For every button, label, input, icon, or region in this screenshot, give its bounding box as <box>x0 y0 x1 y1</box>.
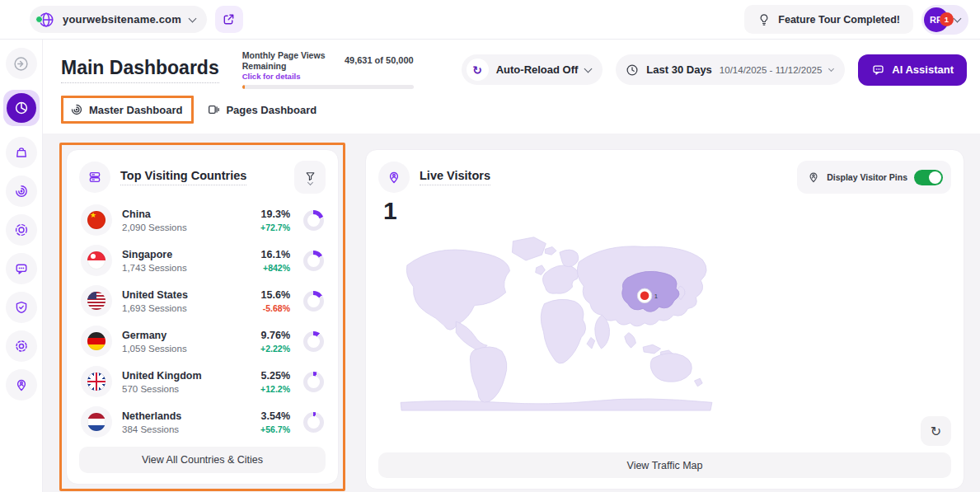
country-share: 16.1% <box>261 249 290 260</box>
country-row[interactable]: Singapore 1,743 Sessions 16.1% +842% <box>81 245 324 276</box>
feature-tour-button[interactable]: Feature Tour Completed! <box>744 5 913 34</box>
country-row[interactable]: United States 1,693 Sessions 15.6% -5.68… <box>81 285 324 316</box>
share-donut <box>303 331 324 352</box>
reload-icon: ↻ <box>467 59 489 81</box>
country-sessions: 1,693 Sessions <box>122 303 251 313</box>
auto-reload-dropdown[interactable]: ↻ Auto-Reload Off <box>462 54 603 85</box>
country-sessions: 1,743 Sessions <box>122 263 251 273</box>
external-link-icon <box>222 12 236 26</box>
chevron-down-icon <box>189 14 197 22</box>
sidebar-item-dashboards[interactable] <box>3 90 40 126</box>
country-row[interactable]: China 2,090 Sessions 19.3% +72.7% <box>81 204 324 236</box>
visitor-pins-toggle[interactable] <box>914 170 943 185</box>
spiral-icon <box>70 103 83 116</box>
pin-icon <box>807 171 820 184</box>
country-change: +842% <box>261 263 290 273</box>
country-name: China <box>122 209 251 220</box>
flag-singapore <box>81 245 112 276</box>
country-change: +56.7% <box>260 424 290 434</box>
share-donut <box>303 210 324 231</box>
chevron-down-icon <box>828 66 834 72</box>
country-share: 19.3% <box>260 209 290 220</box>
visitor-pin-icon <box>14 377 29 392</box>
quota-details-link[interactable]: Click for details <box>242 72 338 81</box>
annotation-box-countries-card: Top Visiting Countries China 2,090 Sessi… <box>59 143 345 491</box>
flag-united-states <box>81 285 112 316</box>
sidebar-item-settings[interactable] <box>6 330 37 362</box>
sidebar-item-feedback[interactable] <box>6 253 37 284</box>
view-traffic-map-button[interactable]: View Traffic Map <box>378 452 951 478</box>
online-status-dot <box>35 16 43 23</box>
lightbulb-icon <box>757 12 771 26</box>
content-area: Top Visiting Countries China 2,090 Sessi… <box>43 134 980 492</box>
sidebar-item-heatmaps[interactable] <box>6 176 37 207</box>
shopping-bag-icon <box>14 145 29 160</box>
top-countries-card: Top Visiting Countries China 2,090 Sessi… <box>66 149 339 485</box>
shield-check-icon <box>14 300 29 315</box>
share-donut <box>303 291 324 312</box>
country-sessions: 1,059 Sessions <box>122 344 251 354</box>
country-sessions: 570 Sessions <box>122 384 251 394</box>
columns-icon <box>207 103 220 116</box>
flag-united-kingdom <box>81 366 112 397</box>
tab-pages-dashboard[interactable]: Pages Dashboard <box>205 100 318 119</box>
settings-gear-icon <box>14 339 29 354</box>
account-menu[interactable]: RR 1 <box>921 5 968 35</box>
country-name: Singapore <box>122 249 251 260</box>
country-change: -5.68% <box>261 303 290 313</box>
live-visitors-card: Live Visitors Display Visitor Pins 1 <box>365 149 964 490</box>
world-map[interactable]: 1 <box>387 230 951 416</box>
countries-list: China 2,090 Sessions 19.3% +72.7% <box>79 194 326 447</box>
sidebar-item-sessions[interactable] <box>6 214 37 246</box>
country-name: United States <box>122 289 251 301</box>
country-row[interactable]: United Kingdom 570 Sessions 5.25% +12.2% <box>81 366 324 397</box>
dashboard-tabs: Master Dashboard Pages Dashboard <box>43 92 980 134</box>
country-row[interactable]: Netherlands 384 Sessions 3.54% +56.7% <box>81 406 324 438</box>
page-views-quota[interactable]: Monthly Page Views Remaining Click for d… <box>242 50 414 89</box>
view-all-countries-button[interactable]: View All Countries & Cities <box>79 447 326 473</box>
country-sessions: 2,090 Sessions <box>122 223 251 232</box>
country-change: +12.2% <box>260 384 290 394</box>
page-title: Main Dashboards <box>61 57 219 83</box>
chevron-down-icon <box>584 64 593 73</box>
visitor-pin-icon <box>387 170 401 185</box>
tab-master-dashboard[interactable]: Master Dashboard <box>68 100 184 119</box>
sidebar-item-ecommerce[interactable] <box>6 137 37 168</box>
country-share: 3.54% <box>260 410 290 422</box>
open-website-button[interactable] <box>215 6 243 33</box>
main-area: Main Dashboards Monthly Page Views Remai… <box>43 40 980 492</box>
country-row[interactable]: Germany 1,059 Sessions 9.76% +2.22% <box>81 326 324 357</box>
country-change: +72.7% <box>260 223 290 232</box>
sidebar-collapse-button[interactable] <box>6 48 37 79</box>
quota-value: 49,631 of 50,000 <box>345 55 414 65</box>
country-name: Germany <box>122 330 251 341</box>
clock-icon <box>626 63 639 77</box>
share-donut <box>303 372 324 392</box>
flag-china <box>81 204 112 236</box>
countries-card-icon <box>79 162 110 193</box>
live-visitors-card-icon <box>378 162 410 193</box>
sidebar-nav <box>0 40 43 492</box>
quota-label: Monthly Page Views Remaining <box>242 50 338 72</box>
spiral-icon <box>14 184 29 199</box>
sidebar-item-visitor-map[interactable] <box>6 369 37 401</box>
display-visitor-pins-control: Display Visitor Pins <box>797 161 951 194</box>
notification-badge: 1 <box>940 12 954 26</box>
map-refresh-button[interactable]: ↻ <box>921 416 951 446</box>
chevron-down-icon <box>954 14 962 22</box>
country-name: Netherlands <box>122 410 251 422</box>
countries-card-title: Top Visiting Countries <box>120 169 246 185</box>
countries-filter-button[interactable] <box>294 161 326 194</box>
site-selector-dropdown[interactable]: yourwebsitename.com <box>30 6 207 33</box>
display-visitor-pins-label: Display Visitor Pins <box>827 172 907 182</box>
server-stack-icon <box>87 170 102 185</box>
ai-assistant-button[interactable]: AI Assistant <box>858 54 967 86</box>
page-header: Main Dashboards Monthly Page Views Remai… <box>43 40 980 92</box>
country-share: 9.76% <box>260 330 290 341</box>
date-range-picker[interactable]: Last 30 Days 10/14/2025 - 11/12/2025 <box>616 54 845 85</box>
annotation-box-master-tab: Master Dashboard <box>61 96 194 124</box>
sidebar-item-security[interactable] <box>6 292 37 323</box>
ai-chat-icon <box>871 63 885 77</box>
topbar: yourwebsitename.com Feature Tour Complet… <box>0 0 980 40</box>
svg-text:1: 1 <box>654 293 658 301</box>
